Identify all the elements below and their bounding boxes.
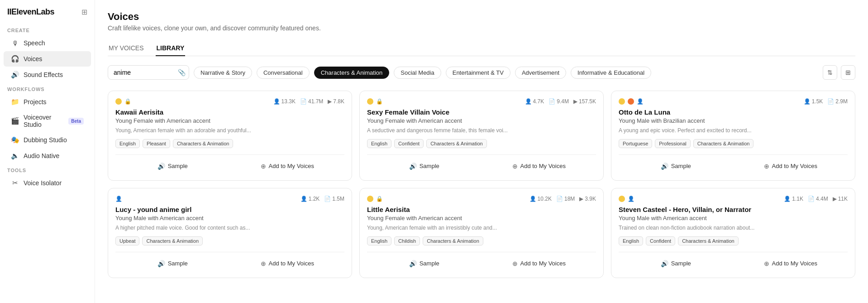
tag-childish: Childish [394, 236, 420, 245]
card-badges: 🔒 [367, 196, 383, 202]
sample-button[interactable]: 🔊 Sample [367, 257, 482, 270]
audio-native-icon: 🔈 [11, 152, 19, 160]
sidebar-item-projects-label: Projects [24, 98, 47, 106]
add-label: Add to My Voices [269, 163, 314, 169]
stat-audio: 📄 2.9M [827, 98, 848, 105]
card-badges: 👤 [619, 196, 634, 202]
filter-chip-characters[interactable]: Characters & Animation [314, 67, 390, 79]
add-label: Add to My Voices [772, 260, 817, 267]
sample-button[interactable]: 🔊 Sample [619, 257, 733, 270]
sidebar-item-dubbing-label: Dubbing Studio [24, 136, 67, 144]
voice-name: Steven Casteel - Hero, Villain, or Narra… [619, 206, 848, 213]
stat-plays: ▶ 11K [833, 196, 848, 202]
sidebar-item-dubbing-studio[interactable]: 🎭 Dubbing Studio [4, 132, 91, 148]
stat-users: 👤 13.3K [273, 98, 296, 105]
filter-chip-narrative[interactable]: Narrative & Story [194, 67, 252, 79]
card-header: 🔒 👤 13.3K 📄 41.7M ▶ 7.8K [115, 98, 344, 105]
speaker-icon: 🔊 [157, 163, 165, 170]
tag-english: English [367, 236, 391, 245]
add-to-my-voices-button[interactable]: ⊕ Add to My Voices [482, 159, 596, 173]
workflows-label: WORKFLOWS [0, 83, 95, 94]
voice-card-little-aerisita: 🔒 👤 10.2K 📄 18M ▶ 3.9K Little Aerisita Y… [359, 188, 604, 278]
voice-tags: EnglishChildishCharacters & Animation [367, 236, 596, 245]
tag-english: English [619, 236, 643, 245]
sidebar-item-voice-isolator[interactable]: ✂ Voice Isolator [4, 175, 91, 191]
filter-sort-icon[interactable]: ⇅ [823, 65, 837, 80]
sidebar-item-speech[interactable]: 🎙 Speech [4, 35, 91, 51]
add-to-my-voices-button[interactable]: ⊕ Add to My Voices [230, 257, 345, 270]
stat-audio: 📄 9.4M [548, 98, 569, 105]
filter-chip-social-media[interactable]: Social Media [394, 67, 441, 79]
add-label: Add to My Voices [520, 260, 566, 267]
dot-badge-yellow [115, 98, 122, 105]
main-content: Voices Craft lifelike voices, clone your… [95, 0, 868, 303]
create-label: CREATE [0, 24, 95, 35]
voice-tags: PortugueseProfessionalCharacters & Anima… [619, 139, 848, 148]
sample-label: Sample [420, 163, 439, 169]
page-subtitle: Craft lifelike voices, clone your own, a… [108, 24, 855, 32]
card-header: 🔒 👤 10.2K 📄 18M ▶ 3.9K [367, 196, 596, 202]
filter-chip-entertainment[interactable]: Entertainment & TV [446, 67, 510, 79]
voice-accent: Young Female with American accent [115, 117, 344, 124]
filter-chip-advertisement[interactable]: Advertisement [515, 67, 566, 79]
add-to-my-voices-button[interactable]: ⊕ Add to My Voices [734, 159, 848, 173]
add-label: Add to My Voices [772, 163, 817, 169]
voices-grid: 🔒 👤 13.3K 📄 41.7M ▶ 7.8K Kawaii Aerisita… [108, 91, 855, 278]
voiceover-icon: 🎬 [11, 117, 19, 125]
card-actions: 🔊 Sample ⊕ Add to My Voices [619, 154, 848, 173]
speaker-icon: 🔊 [157, 260, 165, 267]
sidebar-item-sound-effects-label: Sound Effects [24, 71, 63, 78]
sample-button[interactable]: 🔊 Sample [367, 159, 482, 173]
sidebar-item-voices-label: Voices [24, 55, 42, 63]
sidebar-item-voiceover-studio[interactable]: 🎬 Voiceover Studio Beta [4, 110, 91, 132]
plays-icon: ▶ [833, 196, 837, 202]
filter-chip-informative[interactable]: Informative & Educational [571, 67, 651, 79]
tabs-bar: MY VOICES LIBRARY [108, 41, 855, 56]
card-actions: 🔊 Sample ⊕ Add to My Voices [619, 252, 848, 270]
sidebar-section-create: CREATE 🎙 Speech 🎧 Voices 🔊 Sound Effects [0, 24, 95, 83]
add-icon: ⊕ [512, 163, 518, 170]
tag-characters---animation: Characters & Animation [142, 236, 203, 245]
sidebar: IIElevenLabs ⊞ CREATE 🎙 Speech 🎧 Voices … [0, 0, 95, 303]
voice-isolator-icon: ✂ [11, 179, 19, 187]
add-to-my-voices-button[interactable]: ⊕ Add to My Voices [482, 257, 596, 270]
attach-icon[interactable]: 📎 [178, 69, 186, 76]
stat-audio: 📄 1.5M [324, 196, 344, 202]
sidebar-item-audio-native[interactable]: 🔈 Audio Native [4, 148, 91, 164]
add-to-my-voices-button[interactable]: ⊕ Add to My Voices [230, 159, 345, 173]
card-actions: 🔊 Sample ⊕ Add to My Voices [367, 154, 596, 173]
search-input[interactable] [108, 65, 189, 80]
users-icon: 👤 [529, 196, 536, 202]
voice-tags: EnglishPleasantCharacters & Animation [115, 139, 344, 148]
filter-chip-conversational[interactable]: Conversational [257, 67, 310, 79]
layout-icon[interactable]: ⊞ [81, 8, 87, 16]
stat-users: 👤 1.1K [784, 196, 803, 202]
add-to-my-voices-button[interactable]: ⊕ Add to My Voices [734, 257, 848, 270]
logo-text: IIElevenLabs [7, 7, 54, 17]
lock-icon: 🔒 [376, 98, 383, 105]
tab-library[interactable]: LIBRARY [156, 41, 186, 56]
stat-users: 👤 1.5K [804, 98, 823, 105]
card-stats: 👤 1.1K 📄 4.4M ▶ 11K [784, 196, 848, 202]
sample-button[interactable]: 🔊 Sample [115, 159, 230, 173]
tab-my-voices[interactable]: MY VOICES [108, 41, 145, 56]
tag-confident: Confident [394, 139, 424, 148]
add-label: Add to My Voices [520, 163, 566, 169]
stat-plays: ▶ 7.8K [328, 98, 344, 105]
tag-portuguese: Portuguese [619, 139, 652, 148]
users-icon: 👤 [300, 196, 307, 202]
sidebar-item-projects[interactable]: 📁 Projects [4, 94, 91, 110]
sidebar-item-voices[interactable]: 🎧 Voices [4, 51, 91, 67]
sidebar-item-sound-effects[interactable]: 🔊 Sound Effects [4, 67, 91, 82]
voice-accent: Young Male with Brazilian accent [619, 117, 848, 124]
filter-grid-icon[interactable]: ⊞ [841, 65, 855, 80]
voice-tags: EnglishConfidentCharacters & Animation [619, 236, 848, 245]
sample-button[interactable]: 🔊 Sample [115, 257, 230, 270]
sample-button[interactable]: 🔊 Sample [619, 159, 733, 173]
tag-characters---animation: Characters & Animation [173, 139, 234, 148]
add-icon: ⊕ [764, 260, 769, 267]
voice-desc: A higher pitched male voice. Good for co… [115, 224, 344, 232]
card-header: 👤 👤 1.1K 📄 4.4M ▶ 11K [619, 196, 848, 202]
card-badges: 👤 [619, 98, 644, 105]
card-stats: 👤 1.2K 📄 1.5M [300, 196, 344, 202]
